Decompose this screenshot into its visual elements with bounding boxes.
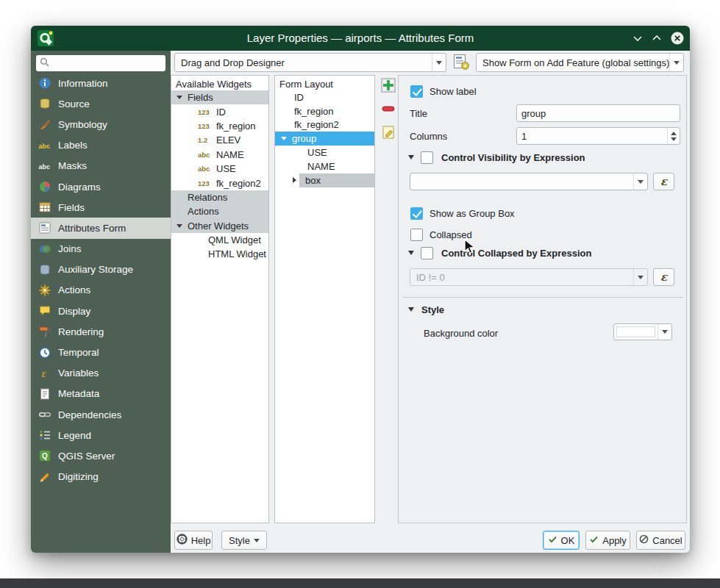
sidebar-item-labels[interactable]: abcLabels	[31, 135, 171, 156]
sidebar-item-dependencies[interactable]: Dependencies	[31, 404, 171, 425]
style-section-header[interactable]: Style	[408, 303, 444, 316]
sidebar-item-digitizing[interactable]: Digitizing	[31, 467, 171, 487]
layout-item-name[interactable]: NAME	[275, 159, 374, 173]
tree-item-id[interactable]: 123ID	[171, 104, 268, 118]
ok-button[interactable]: OK	[543, 531, 580, 550]
edit-item-button[interactable]	[379, 123, 398, 143]
sidebar-item-attributes-form[interactable]: Attributes Form	[31, 218, 171, 238]
apply-button[interactable]: Apply	[585, 531, 630, 550]
sidebar-item-qgis-server[interactable]: QQGIS Server	[31, 445, 171, 466]
collapse-arrow-icon[interactable]	[177, 224, 182, 228]
sidebar-item-joins[interactable]: Joins	[31, 239, 171, 259]
minimize-button[interactable]	[631, 32, 644, 45]
sidebar-item-actions[interactable]: Actions	[31, 280, 171, 301]
variables-icon: ε	[38, 367, 51, 380]
sidebar-item-legend[interactable]: Legend	[31, 425, 171, 445]
maximize-button[interactable]	[650, 32, 663, 45]
tree-item-name[interactable]: abcNAME	[171, 148, 268, 162]
collapsed-expression-builder-button[interactable]: ε	[653, 268, 674, 286]
title-input[interactable]	[516, 104, 680, 122]
sidebar-item-auxiliary-storage[interactable]: Auxiliary Storage	[31, 259, 171, 280]
show-form-mode-combo[interactable]: Show Form on Add Feature (global setting…	[476, 53, 684, 72]
designer-mode-combo[interactable]: Drag and Drop Designer	[174, 53, 446, 72]
visibility-expression-checkbox[interactable]	[421, 151, 433, 164]
chevron-down-icon	[669, 54, 683, 71]
labels-icon: abc	[38, 139, 51, 152]
collapsed-section-header[interactable]: Control Collapsed by Expression	[408, 246, 591, 259]
sidebar-item-temporal[interactable]: Temporal	[31, 342, 171, 362]
tree-item-qml-widget[interactable]: QML Widget	[171, 233, 268, 247]
title-bar[interactable]: Layer Properties — airports — Attributes…	[31, 26, 690, 51]
collapse-arrow-icon[interactable]	[177, 96, 182, 99]
layout-item-fk-region2[interactable]: fk_region2	[275, 118, 374, 132]
ok-check-icon	[548, 534, 557, 546]
style-menu-button[interactable]: Style	[221, 531, 267, 550]
remove-item-button[interactable]	[379, 100, 398, 119]
source-icon	[38, 97, 51, 110]
show-as-group-box-checkbox[interactable]	[410, 207, 423, 220]
sidebar-item-display[interactable]: Display	[31, 301, 171, 321]
sidebar-item-source[interactable]: Source	[31, 93, 171, 114]
expand-arrow-icon[interactable]	[293, 177, 296, 183]
visibility-expression-builder-button[interactable]: ε	[653, 173, 674, 190]
add-container-button[interactable]	[379, 76, 398, 96]
close-button[interactable]	[671, 32, 684, 45]
tree-item-elev[interactable]: 1.2ELEV	[171, 133, 268, 147]
layout-item-fk-region[interactable]: fk_region	[275, 104, 374, 118]
integer-type-icon: 123	[198, 122, 213, 130]
autogenerate-form-button[interactable]	[451, 53, 471, 73]
available-widgets-panel: Available Widgets Fields 123ID 123fk_reg…	[171, 75, 269, 523]
tree-item-actions[interactable]: Actions	[171, 204, 268, 218]
sidebar-item-symbology[interactable]: Symbology	[31, 114, 171, 135]
section-collapse-icon[interactable]	[408, 251, 414, 255]
masks-icon: abc	[38, 159, 51, 173]
sidebar-item-metadata[interactable]: Metadata	[31, 384, 171, 404]
help-button[interactable]: Help	[174, 531, 213, 550]
layout-item-box[interactable]: box	[275, 173, 374, 187]
layout-item-use[interactable]: USE	[275, 146, 374, 159]
tree-item-html-widget[interactable]: HTML Widget	[171, 247, 268, 261]
sidebar-item-diagrams[interactable]: Diagrams	[31, 176, 171, 197]
temporal-icon	[38, 346, 51, 359]
form-layout-panel: Form Layout ID fk_region fk_region2 grou…	[274, 75, 375, 523]
columns-input[interactable]	[517, 128, 667, 144]
columns-spinbox[interactable]	[516, 127, 680, 145]
show-as-group-box-row: Show as Group Box	[410, 206, 515, 220]
show-label-row: Show label	[410, 84, 477, 98]
collapsed-expression-checkbox[interactable]	[421, 247, 433, 259]
integer-type-icon: 123	[198, 108, 213, 116]
section-collapse-icon[interactable]	[408, 155, 414, 159]
chevron-down-icon	[657, 324, 671, 340]
layout-item-group[interactable]: group	[275, 132, 374, 146]
search-icon	[40, 57, 49, 70]
collapsed-expression-combo[interactable]: ID != 0	[410, 268, 648, 286]
actions-icon	[38, 284, 51, 297]
show-label-checkbox[interactable]	[410, 85, 423, 98]
cancel-button[interactable]: Cancel	[636, 531, 685, 550]
collapsed-checkbox[interactable]	[410, 229, 423, 241]
sidebar-item-variables[interactable]: εVariables	[31, 363, 171, 384]
sidebar-item-rendering[interactable]: Rendering	[31, 321, 171, 342]
qgis-server-icon: Q	[38, 449, 51, 462]
spinner-arrows[interactable]	[667, 128, 680, 144]
layout-item-id[interactable]: ID	[275, 90, 374, 104]
diagrams-icon	[38, 180, 51, 193]
tree-item-relations[interactable]: Relations	[171, 190, 268, 204]
tree-item-fk-region2[interactable]: 123fk_region2	[171, 176, 268, 190]
collapse-arrow-icon[interactable]	[281, 137, 287, 140]
section-collapse-icon[interactable]	[408, 307, 414, 312]
form-layout-title: Form Layout	[275, 76, 374, 90]
information-icon	[38, 76, 51, 90]
sidebar-item-fields[interactable]: Fields	[31, 197, 171, 218]
sidebar-item-masks[interactable]: abcMasks	[31, 156, 171, 176]
tree-item-other-widgets[interactable]: Other Widgets	[171, 219, 268, 233]
sidebar-item-information[interactable]: Information	[31, 73, 171, 93]
background-color-combo[interactable]	[613, 323, 672, 340]
tree-item-fk-region[interactable]: 123fk_region	[171, 119, 268, 133]
dependencies-icon	[38, 408, 51, 421]
visibility-expression-combo[interactable]	[410, 173, 648, 190]
tree-item-use[interactable]: abcUSE	[171, 162, 268, 176]
visibility-section-header[interactable]: Control Visibility by Expression	[408, 151, 585, 164]
sidebar-search-input[interactable]	[36, 55, 165, 71]
tree-item-fields[interactable]: Fields	[171, 90, 268, 104]
